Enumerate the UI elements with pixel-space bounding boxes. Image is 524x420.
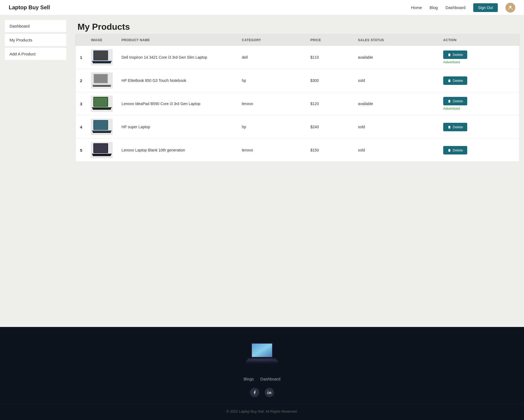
row-number: 5 xyxy=(76,139,87,162)
product-category: lenovo xyxy=(237,139,306,162)
row-number: 4 xyxy=(76,115,87,139)
product-action: Delete xyxy=(439,69,519,92)
trash-icon xyxy=(448,79,451,82)
svg-rect-19 xyxy=(246,361,278,363)
sidebar: Dashboard My Products Add A Product xyxy=(0,15,71,327)
col-sales-status: SALES STATUS xyxy=(354,34,439,46)
footer-links: Blogs Dashboard xyxy=(244,377,281,381)
brand-logo: Laptop Buy Sell xyxy=(9,4,50,11)
table-row: 5 Lenovo Laptop Blank 10th generation le… xyxy=(76,139,519,162)
col-number xyxy=(76,34,87,46)
footer-link-blogs[interactable]: Blogs xyxy=(244,377,254,381)
sidebar-item-my-products[interactable]: My Products xyxy=(4,34,67,46)
delete-button[interactable]: Delete xyxy=(443,97,468,105)
product-image xyxy=(91,72,113,89)
product-image-cell xyxy=(87,92,117,115)
footer-link-dashboard[interactable]: Dashboard xyxy=(260,377,280,381)
product-image-cell xyxy=(87,69,117,92)
action-cell: Delete Advertised xyxy=(443,97,515,111)
svg-rect-15 xyxy=(93,155,111,156)
svg-point-0 xyxy=(509,6,511,8)
product-image xyxy=(91,119,113,135)
trash-icon xyxy=(448,125,451,129)
col-action: ACTION xyxy=(439,34,519,46)
svg-rect-8 xyxy=(94,97,108,106)
nav-blog[interactable]: Blog xyxy=(430,5,438,10)
products-table: IMAGE PRODUCT NAME CATEGORY PRICE SALES … xyxy=(76,34,519,162)
product-price: $110 xyxy=(306,46,353,69)
product-sales-status: sold xyxy=(354,139,439,162)
footer-logo xyxy=(243,340,281,370)
linkedin-icon[interactable] xyxy=(265,388,274,397)
product-sales-status: sold xyxy=(354,115,439,139)
row-number: 2 xyxy=(76,69,87,92)
delete-button[interactable]: Delete xyxy=(443,76,468,85)
product-action: Delete xyxy=(439,115,519,139)
products-table-wrapper: IMAGE PRODUCT NAME CATEGORY PRICE SALES … xyxy=(75,34,520,162)
product-name: Lenovo IdeaPad B590 Core i3 3rd Gen Lapt… xyxy=(117,92,237,115)
delete-button[interactable]: Delete xyxy=(443,50,468,59)
footer-social xyxy=(250,388,274,397)
product-image-cell xyxy=(87,115,117,139)
svg-rect-22 xyxy=(267,392,268,394)
product-action: Delete Advertised xyxy=(439,92,519,115)
footer-copyright: © 2022 Laptop Buy Sell. All Rights Reser… xyxy=(0,404,524,413)
table-row: 3 Lenovo IdeaPad B590 Core i3 3rd Gen La… xyxy=(76,92,519,115)
main-layout: Dashboard My Products Add A Product My P… xyxy=(0,15,524,327)
action-cell: Delete xyxy=(443,146,515,154)
delete-button[interactable]: Delete xyxy=(443,123,468,131)
footer: Blogs Dashboard © 2022 Laptop Buy Sell. … xyxy=(0,327,524,420)
delete-button[interactable]: Delete xyxy=(443,146,468,154)
product-category: hp xyxy=(237,69,306,92)
action-cell: Delete Advertised xyxy=(443,50,515,64)
nav-home[interactable]: Home xyxy=(411,5,422,10)
svg-rect-21 xyxy=(255,360,269,361)
product-image xyxy=(91,49,113,65)
row-number: 3 xyxy=(76,92,87,115)
product-category: dell xyxy=(237,46,306,69)
table-row: 4 HP super Laptop hp $240 sold xyxy=(76,115,519,139)
avatar[interactable] xyxy=(505,3,515,13)
svg-rect-9 xyxy=(93,109,111,110)
signout-button[interactable]: Sign Out xyxy=(473,3,498,12)
advertised-label: Advertised xyxy=(443,60,460,64)
svg-rect-14 xyxy=(94,144,108,153)
product-name: HP EliteBook 850 G3 Touch Notebook xyxy=(117,69,237,92)
col-category: CATEGORY xyxy=(237,34,306,46)
trash-icon xyxy=(448,148,451,152)
product-image xyxy=(91,142,113,158)
advertised-label: Advertised xyxy=(443,106,460,111)
svg-rect-20 xyxy=(252,359,272,360)
product-action: Delete xyxy=(439,139,519,162)
sidebar-item-add-product[interactable]: Add A Product xyxy=(4,47,67,60)
product-price: $120 xyxy=(306,92,353,115)
product-name: Dell Inspiron 14 3421 Core i3 3rd Gen Sl… xyxy=(117,46,237,69)
svg-rect-2 xyxy=(94,51,108,60)
trash-icon xyxy=(448,53,451,56)
product-sales-status: available xyxy=(354,46,439,69)
sidebar-item-dashboard[interactable]: Dashboard xyxy=(4,20,67,32)
row-number: 1 xyxy=(76,46,87,69)
col-image: IMAGE xyxy=(87,34,117,46)
product-image xyxy=(91,96,113,112)
product-price: $150 xyxy=(306,139,353,162)
svg-rect-18 xyxy=(252,344,272,357)
facebook-icon[interactable] xyxy=(250,388,259,397)
action-cell: Delete xyxy=(443,123,515,131)
svg-rect-12 xyxy=(93,132,111,133)
product-category: lenovo xyxy=(237,92,306,115)
page-title-section: My Products xyxy=(71,15,524,34)
navbar: Laptop Buy Sell Home Blog Dashboard Sign… xyxy=(0,0,524,15)
table-row: 2 HP EliteBook 850 G3 Touch Notebook hp … xyxy=(76,69,519,92)
product-sales-status: sold xyxy=(354,69,439,92)
nav-dashboard[interactable]: Dashboard xyxy=(445,5,465,10)
product-price: $300 xyxy=(306,69,353,92)
nav-links: Home Blog Dashboard Sign Out xyxy=(411,3,515,13)
page-title: My Products xyxy=(78,22,517,32)
svg-rect-3 xyxy=(93,62,111,63)
svg-rect-6 xyxy=(93,85,111,87)
svg-point-23 xyxy=(267,391,268,391)
table-row: 1 Dell Inspiron 14 3421 Core i3 3rd Gen … xyxy=(76,46,519,69)
product-image-cell xyxy=(87,139,117,162)
product-name: HP super Laptop xyxy=(117,115,237,139)
